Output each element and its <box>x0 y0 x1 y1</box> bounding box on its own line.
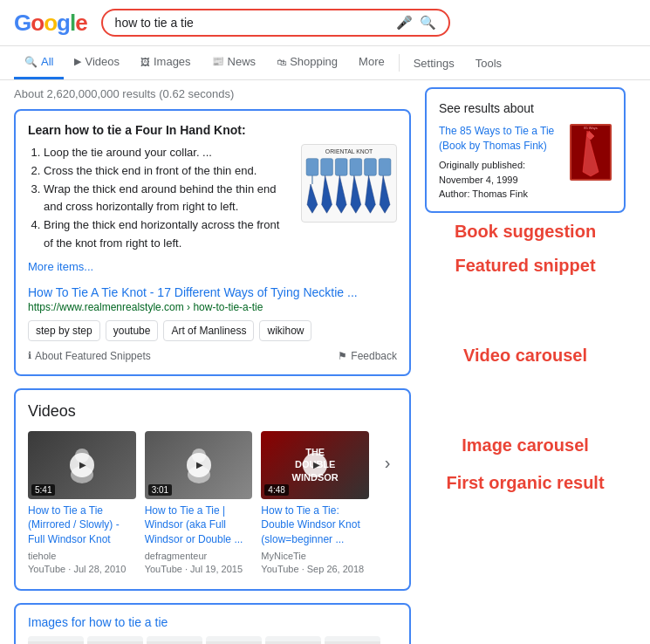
svg-rect-6 <box>365 159 377 176</box>
featured-footer: ℹ About Featured Snippets ⚑ Feedback <box>28 350 397 362</box>
news-tab-icon: 📰 <box>212 56 224 67</box>
image-item-3[interactable]: HALF WINDSOR KNOT <box>147 636 202 644</box>
video-carousel-box: Videos ▶ 5:41 How to <box>14 388 411 591</box>
nav-tabs: 🔍 All ▶ Videos 🖼 Images 📰 News 🛍 Shoppin… <box>0 46 650 80</box>
tab-settings-label: Settings <box>414 57 455 70</box>
svg-rect-3 <box>321 159 333 176</box>
book-title-link[interactable]: The 85 Ways to Tie a Tie (Book by Thomas… <box>439 124 561 154</box>
google-logo: Google <box>14 10 87 37</box>
tab-more-label: More <box>359 55 385 68</box>
video-meta-2: defragmenteur YouTube · Jul 19, 2015 <box>145 550 253 577</box>
video-duration-2: 3:01 <box>148 484 172 496</box>
featured-footer-left: ℹ About Featured Snippets <box>28 350 151 362</box>
tie-knot-diagram: ORIENTAL KNOT <box>301 144 397 277</box>
tab-more[interactable]: More <box>348 46 395 79</box>
video-duration-3: 4:48 <box>264 484 288 496</box>
tab-shopping-label: Shopping <box>290 55 338 68</box>
featured-snippet-title: Learn how to tie a Four In Hand Knot: <box>28 123 397 137</box>
video-meta-1: tiehole YouTube · Jul 28, 2010 <box>28 550 136 577</box>
header: Google 🎤 🔍 <box>0 0 650 46</box>
tab-all[interactable]: 🔍 All <box>14 46 64 79</box>
video-title-3[interactable]: How to Tie a Tie: Double Windsor Knot (s… <box>261 504 369 547</box>
more-items-link[interactable]: More items... <box>28 258 291 277</box>
featured-snippet-text: Loop the tie around your collar. ... Cro… <box>28 144 291 277</box>
book-cover-image: 85 Ways <box>570 124 612 181</box>
play-button-3[interactable]: ▶ <box>303 453 327 477</box>
book-author: Author: Thomas Fink <box>439 188 561 199</box>
featured-steps-list: Loop the tie around your collar. ... Cro… <box>28 144 291 253</box>
tag-wikihow[interactable]: wikihow <box>259 320 311 341</box>
tag-youtube[interactable]: youtube <box>106 320 159 341</box>
image-items-row: ORIENTAL KNOT HALF WINDSOR <box>28 636 397 644</box>
svg-rect-7 <box>379 159 391 176</box>
results-main: About 2,620,000,000 results (0.62 second… <box>14 87 411 644</box>
featured-result-title-link[interactable]: How To Tie A Tie Knot - 17 Different Way… <box>28 285 358 299</box>
image-item-1[interactable]: ORIENTAL KNOT <box>28 636 84 644</box>
image-placeholder-svg-1: ORIENTAL KNOT <box>28 636 84 644</box>
play-button-2[interactable]: ▶ <box>187 453 211 477</box>
about-featured-snippets-label[interactable]: About Featured Snippets <box>35 350 151 362</box>
videos-section-title: Videos <box>28 402 397 421</box>
image-item-6[interactable] <box>325 636 380 644</box>
image-item-2[interactable] <box>87 636 143 644</box>
video-item-1[interactable]: ▶ 5:41 How to Tie a Tie (Mirrored / Slow… <box>28 431 136 577</box>
tab-shopping[interactable]: 🛍 Shopping <box>266 46 348 79</box>
image-section-title[interactable]: Images for how to tie a tie <box>28 615 397 629</box>
image-placeholder-svg-6 <box>325 636 380 644</box>
search-input[interactable] <box>115 16 396 30</box>
featured-footer-right[interactable]: ⚑ Feedback <box>338 350 397 362</box>
video-title-1[interactable]: How to Tie a Tie (Mirrored / Slowly) - F… <box>28 504 136 547</box>
svg-rect-4 <box>335 159 347 176</box>
book-info: The 85 Ways to Tie a Tie (Book by Thomas… <box>439 124 561 199</box>
featured-link-section: How To Tie A Tie Knot - 17 Different Way… <box>28 285 397 313</box>
tab-news-label: News <box>228 55 257 68</box>
svg-rect-1 <box>306 159 318 176</box>
all-tab-icon: 🔍 <box>24 56 38 68</box>
video-meta-3: MyNiceTie YouTube · Sep 26, 2018 <box>261 550 369 577</box>
shopping-tab-icon: 🛍 <box>277 57 286 67</box>
featured-snippet-box: Learn how to tie a Four In Hand Knot: Lo… <box>14 109 411 376</box>
flag-icon: ⚑ <box>338 350 347 362</box>
image-carousel-annotation: Image carousel <box>425 435 626 456</box>
images-tab-icon: 🖼 <box>140 57 150 67</box>
tab-videos-label: Videos <box>85 55 120 68</box>
image-placeholder-svg-4 <box>206 636 262 644</box>
video-item-3[interactable]: THEDOUBLEWINDSOR ▶ 4:48 How to Tie a Tie… <box>261 431 369 577</box>
tag-art-of-manliness[interactable]: Art of Manliness <box>163 320 254 341</box>
image-item-5[interactable] <box>265 636 321 644</box>
results-count: About 2,620,000,000 results (0.62 second… <box>14 87 411 100</box>
carousel-arrow[interactable]: › <box>378 431 397 473</box>
feedback-label: Feedback <box>351 350 397 362</box>
mic-icon[interactable]: 🎤 <box>396 15 413 31</box>
play-button-1[interactable]: ▶ <box>70 453 94 477</box>
info-icon: ℹ <box>28 350 31 361</box>
results-side: See results about The 85 Ways to Tie a T… <box>425 87 626 644</box>
book-suggestion-box: See results about The 85 Ways to Tie a T… <box>425 87 626 213</box>
video-item-2[interactable]: ▶ 3:01 How to Tie a Tie | Windsor (aka F… <box>145 431 253 577</box>
video-thumb-2: ▶ 3:01 <box>145 431 253 499</box>
book-suggestion-annotation: Book suggestion <box>425 222 626 242</box>
image-placeholder-svg-3: HALF WINDSOR KNOT <box>147 636 202 644</box>
featured-snippet-content: Loop the tie around your collar. ... Cro… <box>28 144 397 277</box>
book-cover-svg: 85 Ways <box>570 124 612 181</box>
step-2: Cross the thick end in front of the thin… <box>44 162 291 181</box>
tab-images[interactable]: 🖼 Images <box>130 46 202 79</box>
video-thumb-1: ▶ 5:41 <box>28 431 136 499</box>
video-title-2[interactable]: How to Tie a Tie | Windsor (aka Full Win… <box>145 504 253 547</box>
tab-news[interactable]: 📰 News <box>202 46 267 79</box>
image-item-4[interactable] <box>206 636 262 644</box>
see-results-about-title: See results about <box>439 101 612 115</box>
search-bar: 🎤 🔍 <box>101 9 450 37</box>
tab-tools[interactable]: Tools <box>465 48 512 79</box>
image-placeholder-svg-5 <box>265 636 321 644</box>
book-published: Originally published: November 4, 1999 <box>439 158 561 188</box>
search-icon[interactable]: 🔍 <box>420 15 436 31</box>
first-organic-annotation: First organic result <box>425 473 626 493</box>
video-carousel-annotation: Video carousel <box>425 346 626 366</box>
step-3: Wrap the thick end around behind the thi… <box>44 181 291 217</box>
tag-step-by-step[interactable]: step by step <box>28 320 100 341</box>
svg-text:85 Ways: 85 Ways <box>584 126 597 130</box>
tab-settings[interactable]: Settings <box>403 48 465 79</box>
nav-divider <box>399 54 400 72</box>
tab-videos[interactable]: ▶ Videos <box>64 46 130 79</box>
